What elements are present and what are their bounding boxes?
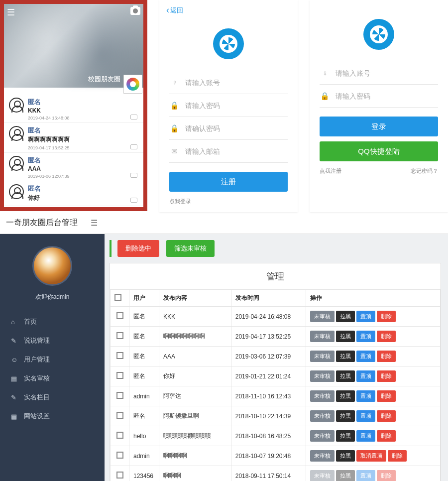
email-input[interactable] (185, 147, 288, 155)
row-checkbox[interactable] (116, 412, 123, 419)
feed-item[interactable]: 匿名你好 (4, 181, 143, 206)
account-input[interactable] (336, 69, 438, 77)
menu-icon[interactable]: ☰ (7, 7, 15, 18)
feed-item[interactable]: 匿名啊啊啊啊啊啊啊2019-04-17 13:52:25 (4, 123, 143, 153)
account-input[interactable] (185, 79, 288, 87)
avatar (32, 246, 72, 286)
review-button[interactable]: 未审核 (310, 351, 335, 362)
sidebar-item[interactable]: ⌂首页 (0, 312, 105, 331)
delete-button[interactable]: 删除 (377, 390, 396, 402)
back-button[interactable]: 返回 (159, 0, 298, 20)
table-row: admin啊啊啊啊2018-10-07 19:20:48未审核拉黑取消置顶删除 (111, 446, 441, 466)
qq-login-button[interactable]: QQ快捷登陆 (320, 141, 438, 161)
blacklist-button[interactable]: 拉黑 (336, 410, 355, 422)
col-content: 发布内容 (159, 290, 231, 307)
sidebar-item[interactable]: ☺用户管理 (0, 350, 105, 369)
top-button[interactable]: 置顶 (356, 331, 375, 342)
delete-button[interactable]: 删除 (377, 470, 396, 481)
comment-icon[interactable] (130, 144, 137, 149)
cell-time: 2018-10-10 22:14:39 (231, 406, 306, 426)
delete-button[interactable]: 删除 (388, 450, 407, 462)
comment-icon[interactable] (130, 173, 137, 178)
feed-item[interactable]: 匿名KKK2019-04-24 16:48:08 (4, 95, 143, 123)
cell-user: admin (129, 386, 159, 406)
col-ops: 操作 (306, 290, 440, 307)
review-button[interactable]: 未审核 (310, 450, 335, 462)
password-input[interactable] (336, 92, 438, 100)
forgot-link[interactable]: 忘记密码？ (411, 167, 438, 175)
review-button[interactable]: 未审核 (310, 470, 335, 481)
menu-icon[interactable]: ☰ (91, 218, 98, 228)
feed-name: 匿名 (28, 184, 138, 193)
camera-icon[interactable] (130, 7, 140, 15)
menu-item-icon: ☺ (11, 356, 20, 363)
sidebar-item[interactable]: ✎说说管理 (0, 331, 105, 350)
top-button[interactable]: 置顶 (356, 370, 375, 382)
row-checkbox[interactable] (116, 392, 123, 399)
row-checkbox[interactable] (116, 432, 123, 439)
review-button[interactable]: 未审核 (310, 311, 335, 322)
review-button[interactable]: 未审核 (310, 331, 335, 342)
top-button[interactable]: 取消置顶 (356, 450, 386, 462)
review-button[interactable]: 未审核 (310, 430, 335, 442)
top-button[interactable]: 置顶 (356, 470, 375, 481)
review-button[interactable]: 未审核 (310, 370, 335, 382)
row-checkbox[interactable] (116, 452, 123, 459)
delete-selected-button[interactable]: 删除选中 (117, 240, 159, 257)
cell-time: 2019-04-24 16:48:08 (231, 307, 306, 327)
sidebar-item[interactable]: ▤实名审核 (0, 369, 105, 388)
blacklist-button[interactable]: 拉黑 (336, 351, 355, 362)
top-button[interactable]: 置顶 (356, 430, 375, 442)
hero-logo (123, 75, 142, 94)
lock-icon: 🔒 (320, 92, 331, 101)
login-link[interactable]: 点我登录 (169, 198, 191, 205)
review-button[interactable]: 未审核 (310, 390, 335, 402)
select-all-checkbox[interactable] (114, 294, 121, 301)
top-button[interactable]: 置顶 (356, 311, 375, 322)
login-button[interactable]: 登录 (320, 117, 438, 136)
row-checkbox[interactable] (116, 472, 123, 479)
blacklist-button[interactable]: 拉黑 (336, 311, 355, 322)
delete-button[interactable]: 删除 (377, 410, 396, 422)
row-checkbox[interactable] (116, 352, 123, 359)
cell-time: 2019-04-17 13:52:25 (231, 327, 306, 347)
blacklist-button[interactable]: 拉黑 (336, 430, 355, 442)
sidebar-item[interactable]: ▤网站设置 (0, 407, 105, 426)
blacklist-button[interactable]: 拉黑 (336, 331, 355, 342)
register-link[interactable]: 点我注册 (320, 167, 341, 175)
row-checkbox[interactable] (116, 332, 123, 339)
top-button[interactable]: 置顶 (356, 351, 375, 362)
delete-button[interactable]: 删除 (377, 311, 396, 322)
row-checkbox[interactable] (116, 312, 123, 319)
filter-unreviewed-button[interactable]: 筛选未审核 (166, 240, 215, 257)
blacklist-button[interactable]: 拉黑 (336, 450, 355, 462)
blacklist-button[interactable]: 拉黑 (336, 390, 355, 402)
blacklist-button[interactable]: 拉黑 (336, 370, 355, 382)
delete-button[interactable]: 删除 (377, 331, 396, 342)
delete-button[interactable]: 删除 (377, 370, 396, 382)
feed-item[interactable]: 匿名AAA2019-03-06 12:07:39 (4, 153, 143, 181)
feed-msg: AAA (28, 165, 138, 172)
sidebar-item[interactable]: ✎实名栏目 (0, 388, 105, 407)
delete-button[interactable]: 删除 (377, 351, 396, 362)
comment-icon[interactable] (130, 198, 137, 203)
review-button[interactable]: 未审核 (310, 410, 335, 422)
cell-content: 啊啊啊 (159, 466, 231, 481)
hero-label: 校园朋友圈 (88, 75, 120, 84)
password-input[interactable] (185, 102, 288, 110)
delete-button[interactable]: 删除 (377, 430, 396, 442)
row-checkbox[interactable] (116, 372, 123, 379)
cell-user: 匿名 (129, 406, 159, 426)
lock-icon: 🔒 (169, 101, 180, 110)
comment-icon[interactable] (130, 115, 137, 120)
table-row: 123456啊啊啊2018-09-11 17:50:14未审核拉黑置顶删除 (111, 466, 441, 481)
feed-time: 2019-04-17 13:52:25 (28, 145, 138, 150)
register-button[interactable]: 注册 (169, 172, 288, 192)
top-button[interactable]: 置顶 (356, 390, 375, 402)
blacklist-button[interactable]: 拉黑 (336, 470, 355, 481)
feed-name: 匿名 (28, 156, 138, 165)
cell-time: 2018-11-10 16:12:43 (231, 386, 306, 406)
confirm-input[interactable] (185, 124, 288, 132)
top-button[interactable]: 置顶 (356, 410, 375, 422)
feed-name: 匿名 (28, 126, 138, 135)
